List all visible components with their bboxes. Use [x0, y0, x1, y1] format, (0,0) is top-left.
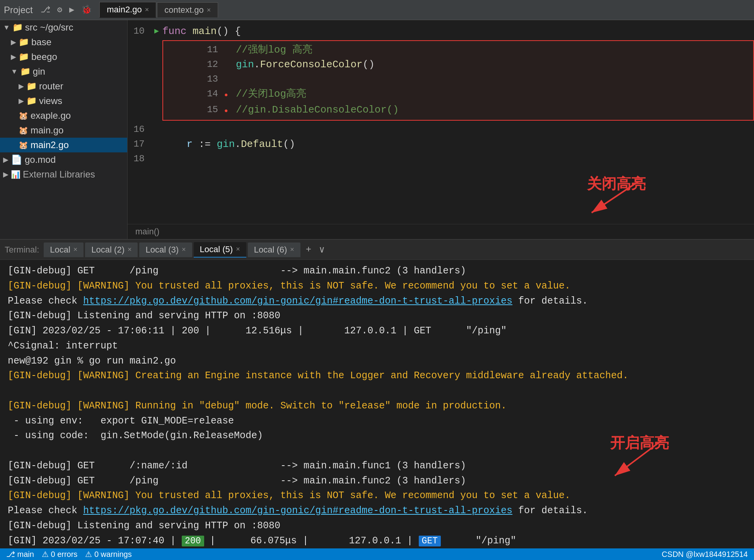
- run-gutter-icon[interactable]: ▶: [154, 24, 159, 39]
- term-tab-label: Local (3): [145, 245, 179, 255]
- arrow-icon: ▼: [11, 68, 18, 76]
- sidebar-item-src[interactable]: ▼ 📁 src ~/go/src: [0, 20, 127, 35]
- sidebar-item-label: main.go: [31, 125, 63, 136]
- breakpoint-icon[interactable]: ●: [224, 92, 228, 99]
- line-content: //强制log 高亮: [236, 43, 750, 57]
- arrow-icon: ▶: [11, 38, 16, 46]
- debug-icon[interactable]: 🐞: [81, 5, 92, 15]
- line-content: //关闭log高亮: [236, 87, 750, 101]
- add-terminal-button[interactable]: +: [302, 243, 315, 256]
- code-line-13: 13: [166, 72, 750, 87]
- tab-label: context.go: [164, 5, 204, 15]
- sidebar-item-exaplego[interactable]: 🐹 exaple.go: [0, 108, 127, 123]
- close-term-local3[interactable]: ×: [182, 246, 186, 254]
- term-tab-local2[interactable]: Local (2) ×: [85, 242, 138, 257]
- mod-icon: 📄: [11, 154, 22, 165]
- errors-indicator: ⚠ 0 errors: [42, 550, 77, 559]
- line-gutter: ●: [224, 102, 236, 118]
- sidebar-item-router[interactable]: ▶ 📁 router: [0, 79, 127, 94]
- terminal-line-last: [GIN] 2023/02/25 - 17:07:40 | 200 | 66.0…: [8, 534, 746, 549]
- terminal-line: [GIN-debug] [WARNING] You trusted all pr…: [8, 279, 746, 294]
- tab-main2go[interactable]: main2.go ×: [99, 2, 156, 18]
- close-term-local6[interactable]: ×: [290, 246, 294, 254]
- term-tab-label: Local (6): [254, 245, 287, 255]
- code-line-17: 17 r := gin.Default(): [128, 137, 754, 152]
- sidebar-item-label: gin: [33, 66, 45, 77]
- sidebar-item-ext-libs[interactable]: ▶ 📊 External Libraries: [0, 167, 127, 182]
- proxy-link-2[interactable]: https://pkg.go.dev/github.com/gin-gonic/…: [83, 505, 512, 516]
- sidebar-item-label: beego: [31, 51, 57, 62]
- sidebar-item-gin[interactable]: ▼ 📁 gin: [0, 64, 127, 79]
- go-file-icon: 🐹: [19, 140, 28, 150]
- sidebar-item-main2go[interactable]: 🐹 main2.go: [0, 138, 127, 152]
- sidebar-item-views[interactable]: ▶ 📁 views: [0, 94, 127, 108]
- chart-icon: 📊: [11, 170, 20, 179]
- term-tab-local[interactable]: Local ×: [44, 242, 84, 257]
- sidebar-item-label: go.mod: [25, 154, 56, 165]
- sidebar-item-gomod[interactable]: ▶ 📄 go.mod: [0, 152, 127, 167]
- terminal-line: Please check https://pkg.go.dev/github.c…: [8, 504, 746, 519]
- sidebar-item-base[interactable]: ▶ 📁 base: [0, 35, 127, 50]
- folder-icon: 📁: [12, 22, 23, 32]
- code-line-11: 11 //强制log 高亮: [166, 43, 750, 57]
- code-line-14: 14 ● //关闭log高亮: [166, 87, 750, 102]
- line-gutter: ▶: [151, 24, 162, 39]
- vcs-icon[interactable]: ⎇: [41, 5, 50, 15]
- sidebar-item-label: exaple.go: [31, 110, 71, 121]
- code-line-15: 15 ● //gin.DisableConsoleColor(): [166, 102, 750, 118]
- breadcrumb-text: main(): [135, 227, 159, 236]
- term-tab-local6[interactable]: Local (6) ×: [248, 242, 300, 257]
- run-icon-top[interactable]: ▶: [69, 5, 74, 15]
- arrow-icon: ▶: [19, 97, 24, 105]
- line-number: 18: [128, 152, 151, 166]
- sidebar-item-label: External Libraries: [23, 169, 95, 180]
- tab-contextgo[interactable]: context.go ×: [157, 2, 218, 17]
- terminal-line: [GIN] 2023/02/25 - 17:06:11 | 200 | 12.5…: [8, 324, 746, 339]
- term-tab-local5[interactable]: Local (5) ×: [194, 242, 246, 258]
- sidebar-item-beego[interactable]: ▶ 📁 beego: [0, 50, 127, 64]
- close-tab-main2go[interactable]: ×: [145, 6, 149, 14]
- close-term-local[interactable]: ×: [73, 246, 78, 254]
- highlight-box: 11 //强制log 高亮 12 gin.ForceConsoleColor(): [162, 40, 754, 121]
- line-content: func main() {: [162, 24, 754, 39]
- term-tab-label: Local (5): [200, 244, 233, 254]
- close-term-local2[interactable]: ×: [128, 246, 132, 254]
- terminal-line: [GIN-debug] Listening and serving HTTP o…: [8, 309, 746, 324]
- close-tab-contextgo[interactable]: ×: [207, 6, 211, 14]
- file-tabs: main2.go × context.go ×: [99, 2, 218, 18]
- terminal-line: [GIN-debug] [WARNING] You trusted all pr…: [8, 488, 746, 504]
- main-layout: ▼ 📁 src ~/go/src ▶ 📁 base ▶ 📁 beego ▼ 📁 …: [0, 20, 754, 239]
- folder-icon: 📁: [19, 52, 29, 62]
- sidebar-item-label: main2.go: [31, 140, 69, 150]
- line-content: //gin.DisableConsoleColor(): [236, 102, 750, 117]
- terminal-line: [GIN-debug] GET /:name/:id --> main.main…: [8, 459, 746, 474]
- sidebar-item-label: base: [31, 37, 51, 48]
- line-number: 11: [201, 43, 224, 57]
- code-view[interactable]: 10 ▶ func main() { 11 //强制log 高亮: [128, 20, 754, 224]
- proxy-link-1[interactable]: https://pkg.go.dev/github.com/gin-gonic/…: [83, 295, 512, 307]
- sidebar-item-maingo[interactable]: 🐹 main.go: [0, 123, 127, 138]
- line-number: 14: [201, 87, 224, 101]
- code-line-10: 10 ▶ func main() {: [128, 24, 754, 39]
- terminal-section: Terminal: Local × Local (2) × Local (3) …: [0, 239, 754, 556]
- code-lines: 10 ▶ func main() { 11 //强制log 高亮: [128, 20, 754, 170]
- term-tab-local3[interactable]: Local (3) ×: [139, 242, 192, 257]
- breakpoint-icon[interactable]: ●: [224, 108, 228, 114]
- terminal-line: new@192 gin % go run main2.go: [8, 354, 746, 369]
- terminal-line: - using env: export GIN_MODE=release: [8, 414, 746, 429]
- terminal-line: [GIN-debug] [WARNING] Creating an Engine…: [8, 369, 746, 384]
- code-line-18: 18: [128, 152, 754, 166]
- terminal-output[interactable]: [GIN-debug] GET /ping --> main.main.func…: [0, 260, 754, 556]
- go-file-icon: 🐹: [19, 111, 28, 120]
- build-icon[interactable]: ⚙: [57, 5, 62, 15]
- project-title[interactable]: Project: [4, 5, 33, 15]
- terminal-line: Please check https://pkg.go.dev/github.c…: [8, 294, 746, 309]
- close-term-local5[interactable]: ×: [236, 245, 240, 253]
- terminal-line: [8, 384, 746, 399]
- line-number: 17: [128, 137, 151, 152]
- arrow-icon: ▼: [3, 24, 10, 32]
- arrow-icon: ▶: [3, 170, 9, 179]
- csdn-attribution: CSDN @lxw1844912514: [662, 550, 748, 559]
- terminal-chevron-icon[interactable]: ∨: [319, 244, 324, 255]
- line-content: gin.ForceConsoleColor(): [236, 57, 750, 72]
